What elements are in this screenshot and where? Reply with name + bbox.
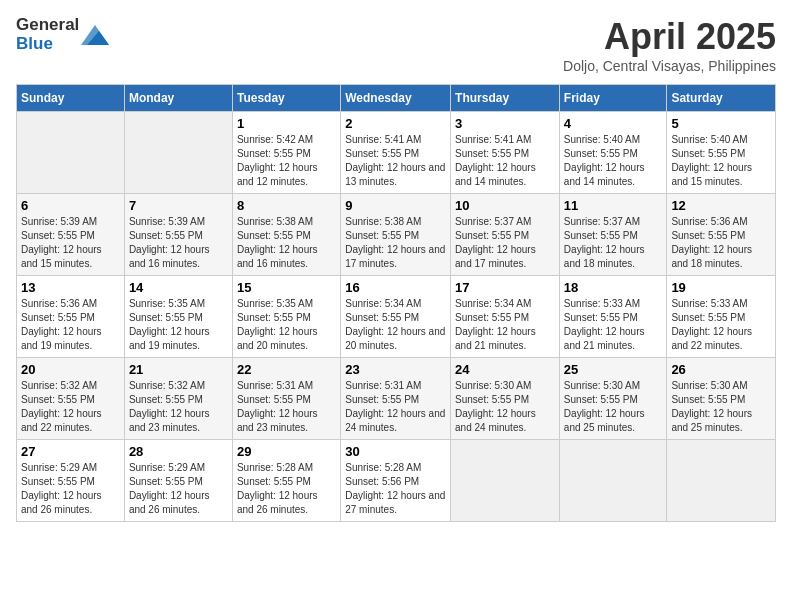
day-number: 30	[345, 444, 446, 459]
calendar-cell: 15Sunrise: 5:35 AMSunset: 5:55 PMDayligh…	[232, 276, 340, 358]
title-section: April 2025 Doljo, Central Visayas, Phili…	[563, 16, 776, 74]
calendar-cell: 12Sunrise: 5:36 AMSunset: 5:55 PMDayligh…	[667, 194, 776, 276]
calendar-cell: 13Sunrise: 5:36 AMSunset: 5:55 PMDayligh…	[17, 276, 125, 358]
day-number: 16	[345, 280, 446, 295]
calendar-cell	[559, 440, 667, 522]
logo-general: General	[16, 16, 79, 35]
calendar-cell: 9Sunrise: 5:38 AMSunset: 5:55 PMDaylight…	[341, 194, 451, 276]
day-number: 5	[671, 116, 771, 131]
day-number: 17	[455, 280, 555, 295]
day-number: 27	[21, 444, 120, 459]
day-info: Sunrise: 5:35 AMSunset: 5:55 PMDaylight:…	[237, 297, 336, 353]
day-number: 19	[671, 280, 771, 295]
day-info: Sunrise: 5:30 AMSunset: 5:55 PMDaylight:…	[671, 379, 771, 435]
day-info: Sunrise: 5:39 AMSunset: 5:55 PMDaylight:…	[21, 215, 120, 271]
calendar-cell: 18Sunrise: 5:33 AMSunset: 5:55 PMDayligh…	[559, 276, 667, 358]
calendar-cell: 29Sunrise: 5:28 AMSunset: 5:55 PMDayligh…	[232, 440, 340, 522]
calendar-cell	[667, 440, 776, 522]
day-info: Sunrise: 5:29 AMSunset: 5:55 PMDaylight:…	[129, 461, 228, 517]
calendar-cell: 4Sunrise: 5:40 AMSunset: 5:55 PMDaylight…	[559, 112, 667, 194]
header-tuesday: Tuesday	[232, 85, 340, 112]
header-thursday: Thursday	[451, 85, 560, 112]
day-number: 14	[129, 280, 228, 295]
week-row-3: 13Sunrise: 5:36 AMSunset: 5:55 PMDayligh…	[17, 276, 776, 358]
day-number: 4	[564, 116, 663, 131]
calendar-cell: 30Sunrise: 5:28 AMSunset: 5:56 PMDayligh…	[341, 440, 451, 522]
day-info: Sunrise: 5:31 AMSunset: 5:55 PMDaylight:…	[345, 379, 446, 435]
header-friday: Friday	[559, 85, 667, 112]
day-number: 29	[237, 444, 336, 459]
calendar-cell: 1Sunrise: 5:42 AMSunset: 5:55 PMDaylight…	[232, 112, 340, 194]
calendar-table: SundayMondayTuesdayWednesdayThursdayFrid…	[16, 84, 776, 522]
calendar-cell: 14Sunrise: 5:35 AMSunset: 5:55 PMDayligh…	[124, 276, 232, 358]
day-number: 13	[21, 280, 120, 295]
day-number: 7	[129, 198, 228, 213]
calendar-cell: 27Sunrise: 5:29 AMSunset: 5:55 PMDayligh…	[17, 440, 125, 522]
calendar-cell: 19Sunrise: 5:33 AMSunset: 5:55 PMDayligh…	[667, 276, 776, 358]
calendar-cell: 11Sunrise: 5:37 AMSunset: 5:55 PMDayligh…	[559, 194, 667, 276]
day-number: 22	[237, 362, 336, 377]
day-number: 6	[21, 198, 120, 213]
calendar-cell: 26Sunrise: 5:30 AMSunset: 5:55 PMDayligh…	[667, 358, 776, 440]
header-monday: Monday	[124, 85, 232, 112]
day-number: 2	[345, 116, 446, 131]
calendar-cell: 7Sunrise: 5:39 AMSunset: 5:55 PMDaylight…	[124, 194, 232, 276]
calendar-cell: 22Sunrise: 5:31 AMSunset: 5:55 PMDayligh…	[232, 358, 340, 440]
calendar-cell: 8Sunrise: 5:38 AMSunset: 5:55 PMDaylight…	[232, 194, 340, 276]
day-info: Sunrise: 5:30 AMSunset: 5:55 PMDaylight:…	[564, 379, 663, 435]
calendar-cell: 20Sunrise: 5:32 AMSunset: 5:55 PMDayligh…	[17, 358, 125, 440]
day-number: 3	[455, 116, 555, 131]
calendar-cell: 25Sunrise: 5:30 AMSunset: 5:55 PMDayligh…	[559, 358, 667, 440]
calendar-cell: 5Sunrise: 5:40 AMSunset: 5:55 PMDaylight…	[667, 112, 776, 194]
header-wednesday: Wednesday	[341, 85, 451, 112]
logo: General Blue	[16, 16, 109, 53]
day-info: Sunrise: 5:32 AMSunset: 5:55 PMDaylight:…	[21, 379, 120, 435]
day-info: Sunrise: 5:31 AMSunset: 5:55 PMDaylight:…	[237, 379, 336, 435]
day-number: 26	[671, 362, 771, 377]
calendar-header-row: SundayMondayTuesdayWednesdayThursdayFrid…	[17, 85, 776, 112]
day-number: 23	[345, 362, 446, 377]
day-info: Sunrise: 5:28 AMSunset: 5:56 PMDaylight:…	[345, 461, 446, 517]
week-row-1: 1Sunrise: 5:42 AMSunset: 5:55 PMDaylight…	[17, 112, 776, 194]
day-info: Sunrise: 5:35 AMSunset: 5:55 PMDaylight:…	[129, 297, 228, 353]
day-info: Sunrise: 5:37 AMSunset: 5:55 PMDaylight:…	[455, 215, 555, 271]
day-info: Sunrise: 5:28 AMSunset: 5:55 PMDaylight:…	[237, 461, 336, 517]
day-number: 1	[237, 116, 336, 131]
calendar-cell	[17, 112, 125, 194]
day-info: Sunrise: 5:34 AMSunset: 5:55 PMDaylight:…	[345, 297, 446, 353]
calendar-cell: 6Sunrise: 5:39 AMSunset: 5:55 PMDaylight…	[17, 194, 125, 276]
day-info: Sunrise: 5:41 AMSunset: 5:55 PMDaylight:…	[345, 133, 446, 189]
calendar-cell: 3Sunrise: 5:41 AMSunset: 5:55 PMDaylight…	[451, 112, 560, 194]
day-number: 18	[564, 280, 663, 295]
day-info: Sunrise: 5:33 AMSunset: 5:55 PMDaylight:…	[671, 297, 771, 353]
day-info: Sunrise: 5:40 AMSunset: 5:55 PMDaylight:…	[671, 133, 771, 189]
header: General Blue April 2025 Doljo, Central V…	[16, 16, 776, 74]
day-info: Sunrise: 5:38 AMSunset: 5:55 PMDaylight:…	[237, 215, 336, 271]
day-number: 12	[671, 198, 771, 213]
calendar-cell: 21Sunrise: 5:32 AMSunset: 5:55 PMDayligh…	[124, 358, 232, 440]
header-saturday: Saturday	[667, 85, 776, 112]
calendar-cell: 10Sunrise: 5:37 AMSunset: 5:55 PMDayligh…	[451, 194, 560, 276]
calendar-subtitle: Doljo, Central Visayas, Philippines	[563, 58, 776, 74]
logo-blue: Blue	[16, 35, 79, 54]
day-info: Sunrise: 5:32 AMSunset: 5:55 PMDaylight:…	[129, 379, 228, 435]
day-info: Sunrise: 5:33 AMSunset: 5:55 PMDaylight:…	[564, 297, 663, 353]
day-number: 25	[564, 362, 663, 377]
day-number: 9	[345, 198, 446, 213]
calendar-cell: 24Sunrise: 5:30 AMSunset: 5:55 PMDayligh…	[451, 358, 560, 440]
day-info: Sunrise: 5:41 AMSunset: 5:55 PMDaylight:…	[455, 133, 555, 189]
header-sunday: Sunday	[17, 85, 125, 112]
calendar-cell: 16Sunrise: 5:34 AMSunset: 5:55 PMDayligh…	[341, 276, 451, 358]
day-number: 8	[237, 198, 336, 213]
logo-icon	[81, 25, 109, 45]
week-row-5: 27Sunrise: 5:29 AMSunset: 5:55 PMDayligh…	[17, 440, 776, 522]
day-info: Sunrise: 5:36 AMSunset: 5:55 PMDaylight:…	[21, 297, 120, 353]
day-info: Sunrise: 5:42 AMSunset: 5:55 PMDaylight:…	[237, 133, 336, 189]
day-info: Sunrise: 5:39 AMSunset: 5:55 PMDaylight:…	[129, 215, 228, 271]
calendar-cell: 28Sunrise: 5:29 AMSunset: 5:55 PMDayligh…	[124, 440, 232, 522]
day-info: Sunrise: 5:37 AMSunset: 5:55 PMDaylight:…	[564, 215, 663, 271]
calendar-cell: 2Sunrise: 5:41 AMSunset: 5:55 PMDaylight…	[341, 112, 451, 194]
calendar-title: April 2025	[563, 16, 776, 58]
day-info: Sunrise: 5:40 AMSunset: 5:55 PMDaylight:…	[564, 133, 663, 189]
day-info: Sunrise: 5:34 AMSunset: 5:55 PMDaylight:…	[455, 297, 555, 353]
